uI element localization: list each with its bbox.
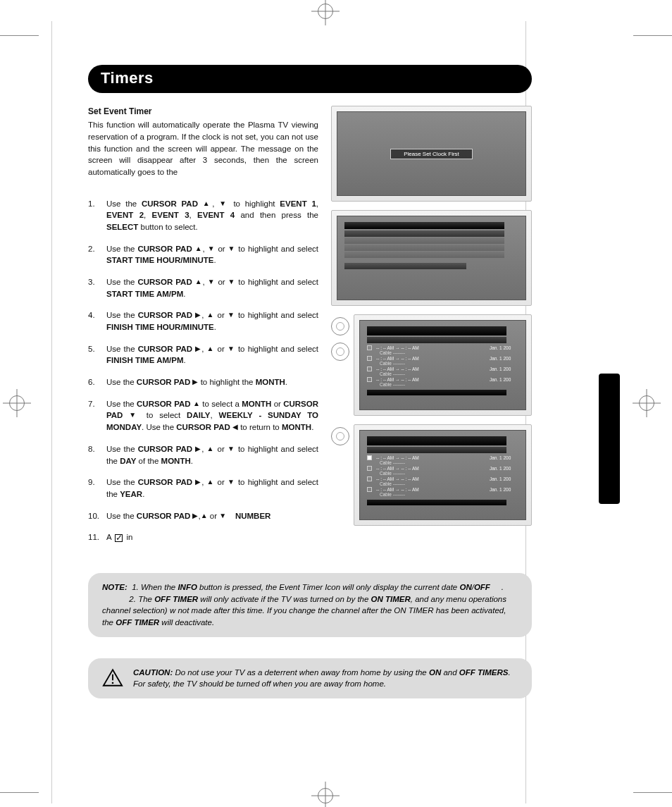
section-tab [599, 374, 620, 504]
step-item: Use the CURSOR PAD ▶, ▲ or ▼ to highligh… [88, 443, 318, 467]
tv-figure-menu [331, 210, 532, 306]
clock-warning: Please Set Clock First [390, 149, 473, 159]
step-item: Use the CURSOR PAD ▲, ▼ or ▼ to highligh… [88, 276, 318, 300]
step-item: Use the CURSOR PAD ▶, ▲ or ▼ to highligh… [88, 309, 318, 333]
crop-mark [0, 35, 39, 36]
crop-mark [633, 792, 672, 793]
step-item: Use the CURSOR PAD ▶, ▲ or ▼ to highligh… [88, 476, 318, 500]
crop-mark [633, 35, 672, 36]
svg-point-1 [112, 682, 114, 684]
crop-mark [0, 792, 39, 793]
remote-dpad-icon [331, 427, 349, 445]
registration-mark-icon [316, 786, 335, 806]
page-content: Timers Set Event Timer This function wil… [88, 65, 532, 698]
page-guide [51, 21, 52, 803]
subsection-heading: Set Event Timer [88, 106, 318, 118]
remote-dpad-icon [331, 317, 349, 335]
tv-figure-clock: Please Set Clock First [331, 106, 532, 202]
registration-mark-icon [637, 393, 657, 413]
caution-box: CAUTION: Do not use your TV as a deterre… [88, 658, 532, 698]
tv-figure-events: -- : -- AM → -- : -- AMJan. 1 200 Cable … [354, 314, 532, 416]
step-item: Use the CURSOR PAD ▶,▲ or ▼ NUMBER [88, 510, 318, 522]
registration-mark-icon [7, 393, 27, 413]
remote-dpad-icon [331, 343, 349, 361]
registration-mark-icon [316, 1, 335, 21]
step-item: Use the CURSOR PAD ▲ to select a MONTH o… [88, 398, 318, 433]
intro-paragraph: This function will automatically operate… [88, 119, 318, 178]
figure-column: Please Set Clock First [331, 106, 532, 553]
step-list: Use the CURSOR PAD ▲, ▼ to highlight EVE… [88, 198, 318, 543]
step-item: A in [88, 531, 318, 543]
section-title-bar: Timers [88, 65, 532, 93]
instruction-column: Set Event Timer This function will autom… [88, 106, 318, 553]
step-item: Use the CURSOR PAD ▲, ▼ or ▼ to highligh… [88, 243, 318, 266]
step-item: Use the CURSOR PAD ▶, ▲ or ▼ to highligh… [88, 343, 318, 366]
step-item: Use the CURSOR PAD ▶ to highlight the MO… [88, 376, 318, 388]
tv-figure-events-selected: -- : -- AM → -- : -- AMJan. 1 200 Cable … [354, 424, 532, 526]
checkmark-icon [115, 534, 123, 542]
note-box: NOTE: 1. When the INFO button is pressed… [88, 573, 532, 637]
section-title: Timers [101, 69, 519, 87]
step-item: Use the CURSOR PAD ▲, ▼ to highlight EVE… [88, 198, 318, 233]
warning-icon [102, 668, 123, 687]
